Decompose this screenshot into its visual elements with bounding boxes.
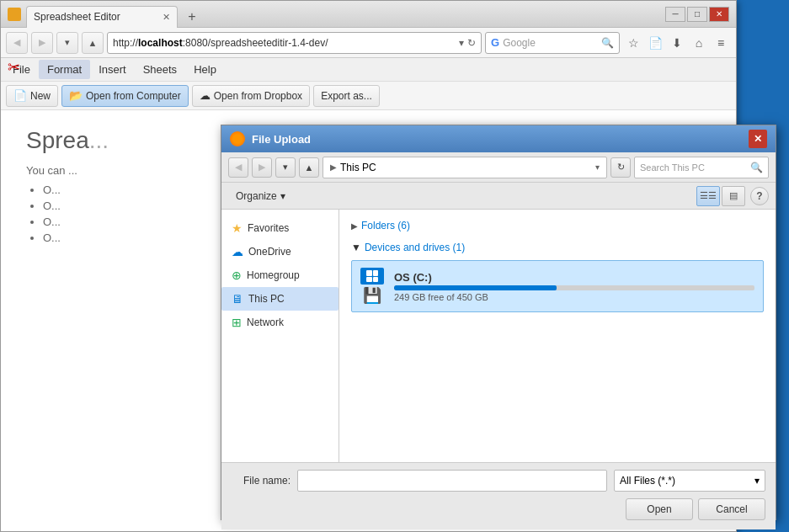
- dialog-up-button[interactable]: ▲: [299, 157, 319, 178]
- file-type-select[interactable]: All Files (*.*) ▾: [614, 470, 765, 492]
- organize-label: Organize: [236, 190, 277, 202]
- new-button[interactable]: 📄 New: [6, 85, 58, 107]
- view-pane-button[interactable]: ▤: [722, 186, 745, 206]
- tab-close-button[interactable]: ✕: [163, 12, 170, 23]
- menu-insert[interactable]: Insert: [90, 60, 135, 79]
- url-domain: localhost: [138, 37, 183, 49]
- nav-icons: ☆ 📄 ⬇ ⌂ ≡: [623, 32, 731, 54]
- new-tab-button[interactable]: +: [181, 6, 203, 28]
- drive-c-item[interactable]: 💾 OS (C:) 249 GB free of 450 GB: [351, 260, 764, 312]
- file-type-dropdown-icon: ▾: [754, 475, 760, 487]
- folders-section-header[interactable]: ▶ Folders (6): [346, 216, 769, 235]
- view-list-button[interactable]: ☰☰: [696, 186, 720, 206]
- dialog-forward-button[interactable]: ▶: [252, 157, 272, 178]
- open-from-dropbox-label: Open from Dropbox: [214, 90, 302, 102]
- search-bar[interactable]: G Google 🔍: [485, 32, 620, 54]
- google-icon: G: [491, 36, 499, 49]
- homegroup-label: Homegroup: [247, 269, 300, 281]
- dialog-close-button[interactable]: ✕: [749, 130, 767, 148]
- export-as-button[interactable]: Export as...: [313, 85, 380, 107]
- folders-label: Folders (6): [361, 220, 410, 231]
- sidebar-item-thispc[interactable]: 🖥 This PC: [221, 287, 339, 311]
- up-button[interactable]: ▲: [82, 32, 104, 54]
- drive-progress-fill: [394, 285, 557, 290]
- reader-icon[interactable]: 📄: [645, 32, 665, 54]
- drive-space: 249 GB free of 450 GB: [394, 292, 754, 302]
- dialog-back-button[interactable]: ◀: [228, 157, 248, 178]
- file-name-input[interactable]: [297, 470, 607, 492]
- browser-tab[interactable]: Spreadsheet Editor ✕: [26, 6, 178, 28]
- dialog-sidebar: ★ Favorites ☁ OneDrive ⊕ Homegroup 🖥 Thi…: [221, 210, 339, 462]
- address-bar[interactable]: http://localhost:8080/spreadsheeteditir-…: [107, 32, 482, 54]
- sidebar-item-onedrive[interactable]: ☁ OneDrive: [221, 240, 339, 263]
- open-from-dropbox-button[interactable]: ☁ Open from Dropbox: [192, 85, 310, 107]
- homegroup-icon: ⊕: [232, 269, 242, 282]
- new-label: New: [30, 90, 51, 102]
- dialog-refresh-button[interactable]: ↻: [610, 157, 631, 178]
- view-icons: ☰☰ ▤ ?: [696, 186, 769, 206]
- drive-progress-bar: [394, 285, 754, 290]
- open-from-computer-button[interactable]: 📂 Open from Computer: [61, 85, 189, 107]
- cancel-button[interactable]: Cancel: [698, 498, 765, 520]
- url-path: /spreadsheeteditir-1.4-dev/: [208, 37, 328, 49]
- nav-bar: ◀ ▶ ▾ ▲ http://localhost:8080/spreadshee…: [1, 28, 736, 58]
- sidebar-item-network[interactable]: ⊞ Network: [221, 311, 339, 334]
- onedrive-label: OneDrive: [248, 246, 291, 258]
- path-arrow: ▶: [330, 162, 337, 172]
- dialog-search-input[interactable]: Search This PC 🔍: [634, 157, 769, 178]
- organize-button[interactable]: Organize ▾: [228, 187, 293, 205]
- drives-arrow-icon: ▼: [351, 242, 361, 253]
- favorites-icon: ★: [232, 221, 243, 235]
- search-placeholder: Google: [503, 37, 536, 49]
- windows-pane-4: [373, 277, 379, 283]
- menu-sheets[interactable]: Sheets: [135, 60, 185, 79]
- dialog-main: ▶ Folders (6) ▼ Devices and drives (1): [339, 210, 776, 462]
- bookmark-icon[interactable]: ☆: [623, 32, 643, 54]
- dialog-dropdown-button[interactable]: ▾: [275, 157, 296, 178]
- drive-icon-area: 💾: [360, 268, 384, 305]
- title-bar: Spreadsheet Editor ✕ + ─ □ ✕: [1, 1, 736, 28]
- favorites-label: Favorites: [248, 222, 289, 234]
- menu-help[interactable]: Help: [185, 60, 225, 79]
- menu-icon[interactable]: ≡: [711, 32, 731, 54]
- scissors-icon: ✂: [8, 58, 20, 77]
- firefox-icon: [230, 131, 245, 146]
- menu-format[interactable]: Format: [39, 60, 90, 79]
- home-icon[interactable]: ⌂: [689, 32, 709, 54]
- url-prefix: http://: [113, 37, 138, 49]
- back-button[interactable]: ◀: [6, 32, 28, 54]
- path-segment: This PC: [340, 162, 376, 173]
- organize-dropdown-icon: ▾: [280, 190, 285, 202]
- network-icon: ⊞: [232, 316, 242, 329]
- folder-icon: 📂: [69, 89, 83, 102]
- sidebar-item-favorites[interactable]: ★ Favorites: [221, 216, 339, 240]
- dialog-path-bar[interactable]: ▶ This PC ▾: [323, 157, 607, 178]
- maximize-button[interactable]: □: [687, 7, 707, 22]
- open-button[interactable]: Open: [626, 498, 693, 520]
- drives-section-header[interactable]: ▼ Devices and drives (1): [346, 238, 769, 257]
- refresh-icon[interactable]: ↻: [467, 37, 476, 49]
- menu-bar: File Format Insert Sheets Help: [1, 58, 736, 82]
- file-name-row: File name: All Files (*.*) ▾: [232, 470, 765, 492]
- drive-name: OS (C:): [394, 271, 754, 284]
- minimize-button[interactable]: ─: [665, 7, 685, 22]
- windows-pane-2: [373, 270, 379, 276]
- help-button[interactable]: ?: [750, 187, 769, 205]
- drive-info: OS (C:) 249 GB free of 450 GB: [394, 271, 754, 302]
- dialog-nav: ◀ ▶ ▾ ▲ ▶ This PC ▾ ↻ Search This PC 🔍: [221, 152, 776, 183]
- sidebar-item-homegroup[interactable]: ⊕ Homegroup: [221, 263, 339, 287]
- onedrive-icon: ☁: [232, 245, 243, 258]
- dropdown-button[interactable]: ▾: [56, 32, 78, 54]
- dialog-body: ★ Favorites ☁ OneDrive ⊕ Homegroup 🖥 Thi…: [221, 210, 776, 462]
- windows-pane-1: [366, 270, 372, 276]
- close-button[interactable]: ✕: [709, 7, 729, 22]
- window-controls: ─ □ ✕: [665, 7, 729, 22]
- download-icon[interactable]: ⬇: [667, 32, 687, 54]
- thispc-icon: 🖥: [232, 292, 243, 306]
- dialog-toolbar: Organize ▾ ☰☰ ▤ ?: [221, 183, 776, 210]
- drives-label: Devices and drives (1): [365, 242, 465, 253]
- dropbox-icon: ☁: [200, 89, 211, 102]
- forward-button[interactable]: ▶: [31, 32, 53, 54]
- search-icon: 🔍: [601, 37, 614, 49]
- path-dropdown: ▾: [595, 162, 600, 172]
